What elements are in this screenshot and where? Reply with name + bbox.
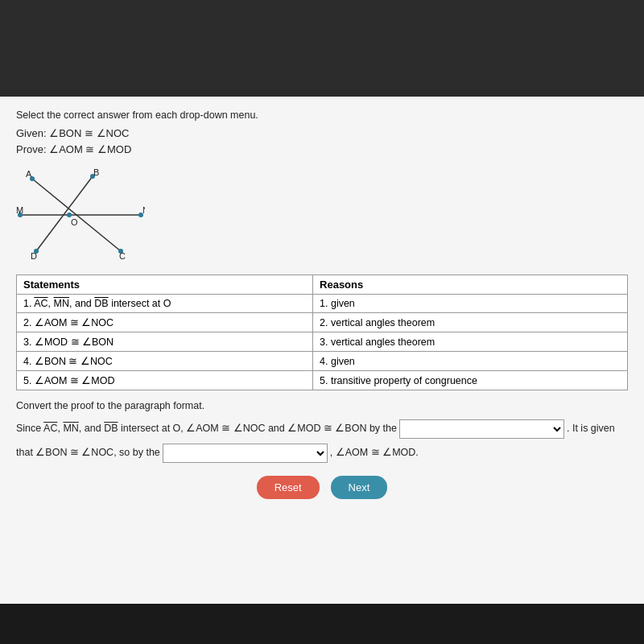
prove-content: ∠AOM ≅ ∠MOD (49, 143, 131, 155)
label-c: C (119, 251, 126, 261)
reason-4: 4. given (313, 352, 628, 371)
statement-4: 4. ∠BON ≅ ∠NOC (17, 352, 313, 371)
given-line: Given: ∠BON ≅ ∠NOC (16, 127, 628, 139)
table-row: 1. AC, MN, and DB intersect at O 1. give… (17, 295, 628, 313)
col-header-statements: Statements (17, 275, 313, 295)
para-prefix: Since AC, MN, and DB intersect at O, ∠AO… (16, 420, 397, 437)
bottom-bar (0, 604, 644, 644)
statement-5: 5. ∠AOM ≅ ∠MOD (17, 371, 313, 390)
para-suffix-2: that ∠BON ≅ ∠NOC, so by the (16, 444, 160, 461)
button-row: Reset Next (16, 476, 628, 504)
diagram: A B M N D C O (16, 167, 145, 263)
instruction-text: Select the correct answer from each drop… (16, 109, 628, 121)
label-o: O (71, 217, 78, 227)
paragraph-proof: Since AC, MN, and DB intersect at O, ∠AO… (16, 419, 628, 439)
top-bar (0, 0, 644, 97)
content-area: Select the correct answer from each drop… (0, 97, 644, 604)
convert-label: Convert the proof to the paragraph forma… (16, 400, 628, 411)
statement-1: 1. AC, MN, and DB intersect at O (17, 295, 313, 313)
svg-line-1 (36, 176, 93, 251)
table-row: 5. ∠AOM ≅ ∠MOD 5. transitive property of… (17, 371, 628, 390)
para-suffix-1: . It is given (567, 420, 615, 437)
prove-label: Prove: (16, 143, 47, 155)
statement-3: 3. ∠MOD ≅ ∠BON (17, 332, 313, 352)
reason-1: 1. given (313, 295, 628, 313)
label-b: B (93, 167, 99, 177)
label-a: A (26, 169, 32, 179)
table-row: 4. ∠BON ≅ ∠NOC 4. given (17, 352, 628, 371)
label-n: N (142, 205, 145, 215)
statement-2: 2. ∠AOM ≅ ∠NOC (17, 313, 313, 332)
reset-button[interactable]: Reset (257, 476, 320, 499)
label-d: D (31, 251, 37, 261)
reason-5: 5. transitive property of congruence (313, 371, 628, 390)
table-row: 2. ∠AOM ≅ ∠NOC 2. vertical angles theore… (17, 313, 628, 332)
given-prove-block: Given: ∠BON ≅ ∠NOC Prove: ∠AOM ≅ ∠MOD (16, 127, 628, 157)
paragraph-proof-2: that ∠BON ≅ ∠NOC, so by the transitive p… (16, 444, 628, 463)
dropdown-reason-2[interactable]: transitive property of congruence vertic… (163, 444, 328, 463)
proof-table: Statements Reasons 1. AC, MN, and DB int… (16, 275, 628, 390)
col-header-reasons: Reasons (313, 275, 628, 295)
reason-3: 3. vertical angles theorem (313, 332, 628, 352)
prove-line: Prove: ∠AOM ≅ ∠MOD (16, 143, 628, 155)
given-label: Given: (16, 127, 47, 139)
label-m: M (16, 205, 23, 215)
para-suffix-3: , ∠AOM ≅ ∠MOD. (330, 444, 419, 461)
reason-2: 2. vertical angles theorem (313, 313, 628, 332)
dropdown-reason-1[interactable]: vertical angles theorem transitive prope… (399, 419, 564, 439)
next-button[interactable]: Next (331, 476, 388, 499)
given-content: ∠BON ≅ ∠NOC (49, 127, 129, 139)
table-row: 3. ∠MOD ≅ ∠BON 3. vertical angles theore… (17, 332, 628, 352)
